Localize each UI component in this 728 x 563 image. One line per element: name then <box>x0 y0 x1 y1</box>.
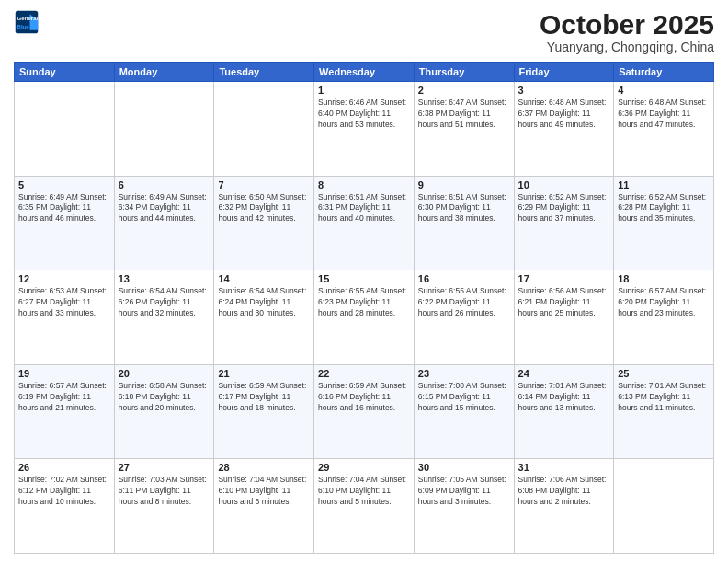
day-info: Sunrise: 6:57 AM Sunset: 6:19 PM Dayligh… <box>18 381 110 414</box>
day-number: 20 <box>119 368 210 379</box>
day-number: 31 <box>518 462 610 473</box>
calendar-cell: 30Sunrise: 7:05 AM Sunset: 6:09 PM Dayli… <box>414 459 514 554</box>
day-info: Sunrise: 7:06 AM Sunset: 6:08 PM Dayligh… <box>518 475 610 508</box>
day-number: 30 <box>418 462 510 473</box>
svg-text:Blue: Blue <box>17 23 30 29</box>
day-info: Sunrise: 6:55 AM Sunset: 6:22 PM Dayligh… <box>418 286 510 319</box>
calendar-subtitle: Yuanyang, Chongqing, China <box>540 40 714 54</box>
day-number: 16 <box>418 273 510 284</box>
day-info: Sunrise: 7:00 AM Sunset: 6:15 PM Dayligh… <box>418 381 510 414</box>
day-info: Sunrise: 6:54 AM Sunset: 6:26 PM Dayligh… <box>119 286 210 319</box>
calendar-cell: 2Sunrise: 6:47 AM Sunset: 6:38 PM Daylig… <box>414 82 514 177</box>
day-info: Sunrise: 6:51 AM Sunset: 6:30 PM Dayligh… <box>418 192 510 225</box>
day-info: Sunrise: 6:50 AM Sunset: 6:32 PM Dayligh… <box>218 192 310 225</box>
day-info: Sunrise: 7:02 AM Sunset: 6:12 PM Dayligh… <box>18 475 110 508</box>
week-row-0: 1Sunrise: 6:46 AM Sunset: 6:40 PM Daylig… <box>15 82 714 177</box>
day-info: Sunrise: 6:57 AM Sunset: 6:20 PM Dayligh… <box>618 286 710 319</box>
svg-text:General: General <box>17 15 39 21</box>
day-info: Sunrise: 6:52 AM Sunset: 6:29 PM Dayligh… <box>518 192 610 225</box>
day-info: Sunrise: 7:01 AM Sunset: 6:14 PM Dayligh… <box>518 381 610 414</box>
calendar-cell: 6Sunrise: 6:49 AM Sunset: 6:34 PM Daylig… <box>114 176 214 270</box>
calendar-cell: 27Sunrise: 7:03 AM Sunset: 6:11 PM Dayli… <box>114 459 214 554</box>
day-info: Sunrise: 7:05 AM Sunset: 6:09 PM Dayligh… <box>418 475 510 508</box>
week-row-3: 19Sunrise: 6:57 AM Sunset: 6:19 PM Dayli… <box>15 364 714 459</box>
day-info: Sunrise: 6:48 AM Sunset: 6:36 PM Dayligh… <box>618 98 710 131</box>
calendar-cell: 7Sunrise: 6:50 AM Sunset: 6:32 PM Daylig… <box>214 176 314 270</box>
calendar-cell: 11Sunrise: 6:52 AM Sunset: 6:28 PM Dayli… <box>614 176 714 270</box>
week-row-1: 5Sunrise: 6:49 AM Sunset: 6:35 PM Daylig… <box>15 176 714 270</box>
day-info: Sunrise: 6:54 AM Sunset: 6:24 PM Dayligh… <box>218 286 310 319</box>
weekday-header-saturday: Saturday <box>614 63 714 82</box>
calendar-cell: 13Sunrise: 6:54 AM Sunset: 6:26 PM Dayli… <box>114 270 214 365</box>
calendar-cell: 10Sunrise: 6:52 AM Sunset: 6:29 PM Dayli… <box>514 176 614 270</box>
week-row-2: 12Sunrise: 6:53 AM Sunset: 6:27 PM Dayli… <box>15 270 714 365</box>
day-info: Sunrise: 6:58 AM Sunset: 6:18 PM Dayligh… <box>119 381 210 414</box>
day-number: 8 <box>318 179 410 190</box>
day-number: 25 <box>618 368 710 379</box>
title-block: October 2025 Yuanyang, Chongqing, China <box>540 9 714 54</box>
week-row-4: 26Sunrise: 7:02 AM Sunset: 6:12 PM Dayli… <box>15 459 714 554</box>
day-number: 5 <box>18 179 110 190</box>
calendar-cell: 28Sunrise: 7:04 AM Sunset: 6:10 PM Dayli… <box>214 459 314 554</box>
day-number: 11 <box>618 179 710 190</box>
calendar-cell: 1Sunrise: 6:46 AM Sunset: 6:40 PM Daylig… <box>314 82 415 177</box>
calendar-page: General Blue October 2025 Yuanyang, Chon… <box>0 0 728 563</box>
day-number: 12 <box>18 273 110 284</box>
calendar-cell: 24Sunrise: 7:01 AM Sunset: 6:14 PM Dayli… <box>514 364 614 459</box>
day-number: 29 <box>318 462 410 473</box>
weekday-header-tuesday: Tuesday <box>214 63 314 82</box>
day-number: 6 <box>119 179 210 190</box>
day-number: 3 <box>518 85 610 96</box>
calendar-cell: 29Sunrise: 7:04 AM Sunset: 6:10 PM Dayli… <box>314 459 415 554</box>
day-info: Sunrise: 6:46 AM Sunset: 6:40 PM Dayligh… <box>318 98 410 131</box>
day-info: Sunrise: 6:59 AM Sunset: 6:16 PM Dayligh… <box>318 381 410 414</box>
day-info: Sunrise: 6:48 AM Sunset: 6:37 PM Dayligh… <box>518 98 610 131</box>
day-number: 24 <box>518 368 610 379</box>
day-number: 10 <box>518 179 610 190</box>
day-info: Sunrise: 6:51 AM Sunset: 6:31 PM Dayligh… <box>318 192 410 225</box>
calendar-cell <box>614 459 714 554</box>
weekday-header-monday: Monday <box>114 63 214 82</box>
day-number: 2 <box>418 85 510 96</box>
weekday-header-thursday: Thursday <box>414 63 514 82</box>
day-number: 4 <box>618 85 710 96</box>
day-info: Sunrise: 6:56 AM Sunset: 6:21 PM Dayligh… <box>518 286 610 319</box>
day-number: 13 <box>119 273 210 284</box>
day-number: 9 <box>418 179 510 190</box>
calendar-cell: 12Sunrise: 6:53 AM Sunset: 6:27 PM Dayli… <box>15 270 115 365</box>
calendar-cell: 22Sunrise: 6:59 AM Sunset: 6:16 PM Dayli… <box>314 364 415 459</box>
day-number: 15 <box>318 273 410 284</box>
calendar-cell: 15Sunrise: 6:55 AM Sunset: 6:23 PM Dayli… <box>314 270 415 365</box>
calendar-cell: 9Sunrise: 6:51 AM Sunset: 6:30 PM Daylig… <box>414 176 514 270</box>
calendar-table: SundayMondayTuesdayWednesdayThursdayFrid… <box>14 62 714 554</box>
day-number: 28 <box>218 462 310 473</box>
calendar-cell: 5Sunrise: 6:49 AM Sunset: 6:35 PM Daylig… <box>15 176 115 270</box>
day-number: 27 <box>119 462 210 473</box>
weekday-header-wednesday: Wednesday <box>314 63 415 82</box>
calendar-cell: 20Sunrise: 6:58 AM Sunset: 6:18 PM Dayli… <box>114 364 214 459</box>
day-info: Sunrise: 6:49 AM Sunset: 6:35 PM Dayligh… <box>18 192 110 225</box>
day-number: 18 <box>618 273 710 284</box>
weekday-header-friday: Friday <box>514 63 614 82</box>
day-info: Sunrise: 7:04 AM Sunset: 6:10 PM Dayligh… <box>218 475 310 508</box>
day-info: Sunrise: 7:01 AM Sunset: 6:13 PM Dayligh… <box>618 381 710 414</box>
calendar-cell <box>214 82 314 177</box>
day-number: 21 <box>218 368 310 379</box>
calendar-cell: 18Sunrise: 6:57 AM Sunset: 6:20 PM Dayli… <box>614 270 714 365</box>
calendar-cell: 23Sunrise: 7:00 AM Sunset: 6:15 PM Dayli… <box>414 364 514 459</box>
header: General Blue October 2025 Yuanyang, Chon… <box>14 9 714 54</box>
day-info: Sunrise: 6:53 AM Sunset: 6:27 PM Dayligh… <box>18 286 110 319</box>
calendar-cell: 19Sunrise: 6:57 AM Sunset: 6:19 PM Dayli… <box>15 364 115 459</box>
calendar-cell <box>114 82 214 177</box>
logo-icon: General Blue <box>14 9 40 35</box>
day-info: Sunrise: 7:03 AM Sunset: 6:11 PM Dayligh… <box>119 475 210 508</box>
calendar-cell: 14Sunrise: 6:54 AM Sunset: 6:24 PM Dayli… <box>214 270 314 365</box>
calendar-cell: 21Sunrise: 6:59 AM Sunset: 6:17 PM Dayli… <box>214 364 314 459</box>
logo: General Blue <box>14 9 40 35</box>
day-number: 26 <box>18 462 110 473</box>
day-number: 23 <box>418 368 510 379</box>
calendar-cell: 3Sunrise: 6:48 AM Sunset: 6:37 PM Daylig… <box>514 82 614 177</box>
day-info: Sunrise: 7:04 AM Sunset: 6:10 PM Dayligh… <box>318 475 410 508</box>
weekday-header-row: SundayMondayTuesdayWednesdayThursdayFrid… <box>15 63 714 82</box>
calendar-cell: 8Sunrise: 6:51 AM Sunset: 6:31 PM Daylig… <box>314 176 415 270</box>
